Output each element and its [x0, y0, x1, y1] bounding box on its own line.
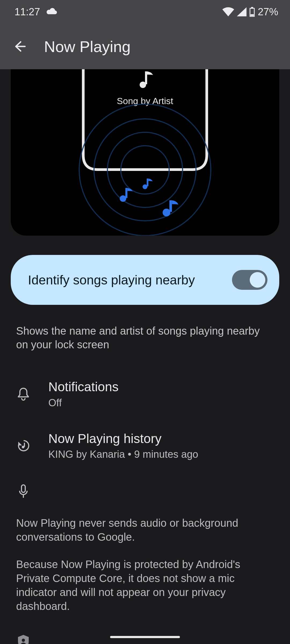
- history-sub: KING by Kanaria • 9 minutes ago: [48, 449, 274, 460]
- privacy-shield-icon: [16, 635, 31, 644]
- cloud-icon: [45, 6, 58, 18]
- notifications-sub: Off: [48, 397, 274, 409]
- identify-songs-toggle-row[interactable]: Identify songs playing nearby: [11, 255, 279, 305]
- notifications-title: Notifications: [48, 379, 274, 394]
- status-time: 11:27: [15, 6, 40, 18]
- svg-rect-3: [145, 71, 147, 84]
- status-bar: 11:27 27%: [0, 0, 290, 24]
- page-title: Now Playing: [44, 38, 130, 56]
- history-row[interactable]: Now Playing history KING by Kanaria • 9 …: [16, 431, 274, 460]
- battery-percent: 27%: [258, 6, 278, 18]
- history-icon: [16, 438, 31, 453]
- hero-illustration: Song by Artist: [11, 69, 279, 236]
- back-button[interactable]: [12, 39, 27, 54]
- svg-rect-0: [251, 7, 253, 8]
- notifications-row[interactable]: Notifications Off: [16, 379, 274, 408]
- bell-icon: [16, 387, 31, 401]
- svg-rect-13: [169, 200, 172, 212]
- svg-rect-9: [147, 178, 148, 186]
- svg-rect-15: [24, 443, 25, 447]
- wifi-icon: [222, 7, 234, 16]
- app-bar: Now Playing: [0, 24, 290, 69]
- identify-songs-switch[interactable]: [232, 270, 267, 290]
- history-title: Now Playing history: [48, 431, 274, 446]
- svg-point-10: [120, 195, 126, 202]
- battery-icon: [249, 7, 255, 17]
- switch-thumb: [250, 272, 265, 288]
- svg-point-8: [143, 184, 147, 189]
- cell-signal-icon: [237, 7, 247, 16]
- gesture-nav-indicator[interactable]: [110, 636, 180, 638]
- arrow-left-icon: [13, 40, 26, 53]
- svg-rect-16: [21, 485, 25, 492]
- microphone-icon: [16, 484, 31, 499]
- info-paragraph-1: Now Playing never sends audio or backgro…: [16, 516, 274, 544]
- identify-songs-label: Identify songs playing nearby: [28, 273, 195, 287]
- svg-rect-11: [125, 188, 128, 198]
- mic-info-row: [16, 484, 274, 499]
- svg-rect-1: [251, 14, 254, 16]
- info-paragraph-2: Because Now Playing is protected by Andr…: [16, 557, 274, 613]
- svg-point-17: [22, 639, 25, 642]
- feature-description: Shows the name and artist of songs playi…: [16, 324, 274, 352]
- svg-point-12: [163, 209, 171, 217]
